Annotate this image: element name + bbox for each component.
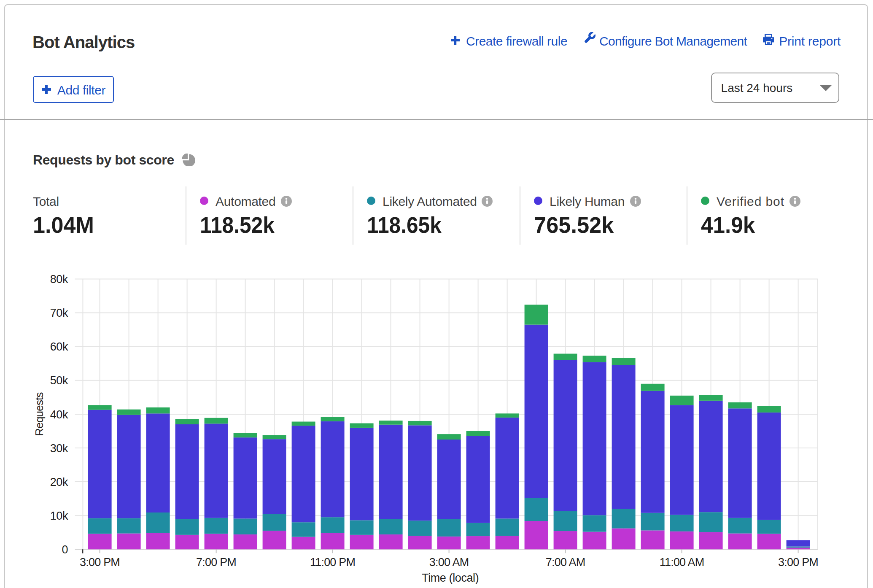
svg-text:3:00 PM: 3:00 PM xyxy=(778,556,818,569)
svg-text:20k: 20k xyxy=(50,476,68,488)
svg-text:40k: 40k xyxy=(50,408,68,421)
svg-text:3:00 PM: 3:00 PM xyxy=(80,556,120,569)
svg-text:Requests: Requests xyxy=(33,392,46,436)
svg-text:7:00 AM: 7:00 AM xyxy=(546,556,585,569)
svg-text:10k: 10k xyxy=(50,510,68,522)
svg-text:11:00 AM: 11:00 AM xyxy=(660,556,704,569)
svg-text:60k: 60k xyxy=(50,340,68,353)
svg-text:11:00 PM: 11:00 PM xyxy=(310,556,355,569)
svg-text:70k: 70k xyxy=(50,307,68,319)
svg-text:30k: 30k xyxy=(50,442,68,455)
svg-text:3:00 AM: 3:00 AM xyxy=(429,556,469,569)
svg-text:50k: 50k xyxy=(50,374,68,387)
svg-text:80k: 80k xyxy=(50,273,68,286)
svg-text:Time (local): Time (local) xyxy=(422,572,479,584)
svg-text:7:00 PM: 7:00 PM xyxy=(196,556,236,569)
svg-text:0: 0 xyxy=(62,543,68,556)
